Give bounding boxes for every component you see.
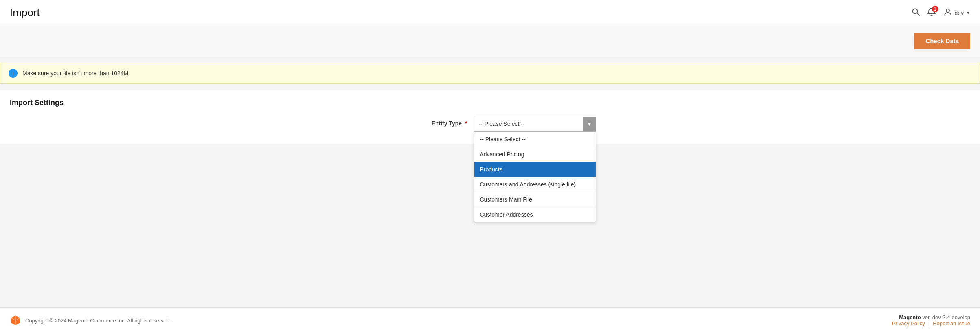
svg-point-2 — [946, 9, 949, 12]
privacy-policy-link[interactable]: Privacy Policy — [892, 320, 925, 326]
footer-links: Privacy Policy | Report an Issue — [892, 320, 970, 326]
check-data-button[interactable]: Check Data — [914, 33, 970, 49]
notifications-button[interactable]: 1 — [927, 7, 936, 18]
page-title: Import — [10, 7, 40, 19]
info-banner: i Make sure your file isn't more than 10… — [0, 63, 980, 84]
info-message: Make sure your file isn't more than 1024… — [22, 70, 130, 77]
required-indicator: * — [465, 120, 467, 127]
footer-separator: | — [928, 320, 930, 326]
footer-copyright: Copyright © 2024 Magento Commerce Inc. A… — [10, 315, 171, 326]
notification-badge: 1 — [932, 6, 938, 12]
entity-type-label: Entity Type * — [384, 117, 474, 127]
page-footer: Copyright © 2024 Magento Commerce Inc. A… — [0, 307, 980, 333]
entity-type-select-display[interactable]: -- Please Select -- — [474, 117, 596, 131]
dropdown-item-customer-addresses[interactable]: Customer Addresses — [474, 207, 596, 222]
import-settings-section: Import Settings Entity Type * -- Please … — [0, 90, 980, 144]
dropdown-item-customers-and-addresses[interactable]: Customers and Addresses (single file) — [474, 177, 596, 192]
magento-logo-icon — [10, 315, 21, 326]
search-icon — [912, 8, 920, 16]
user-avatar-icon — [943, 7, 952, 18]
dropdown-item-products[interactable]: Products — [474, 162, 596, 177]
info-icon: i — [9, 69, 18, 78]
top-header: Import 1 dev ▼ — [0, 0, 980, 26]
footer-version-text: ver. dev-2.4-develop — [922, 314, 970, 320]
section-title: Import Settings — [10, 99, 970, 107]
search-button[interactable] — [912, 8, 920, 18]
dropdown-item-please-select[interactable]: -- Please Select -- — [474, 132, 596, 147]
svg-point-0 — [912, 9, 917, 14]
report-issue-link[interactable]: Report an Issue — [933, 320, 970, 326]
magento-brand: Magento — [899, 314, 921, 320]
header-actions: 1 dev ▼ — [912, 7, 970, 18]
dropdown-item-advanced-pricing[interactable]: Advanced Pricing — [474, 147, 596, 162]
footer-right: Magento ver. dev-2.4-develop Privacy Pol… — [892, 314, 970, 326]
entity-type-dropdown: -- Please Select -- Advanced Pricing Pro… — [474, 131, 596, 222]
user-menu-button[interactable]: dev ▼ — [943, 7, 970, 18]
action-bar: Check Data — [0, 26, 980, 56]
entity-type-row: Entity Type * -- Please Select -- ▼ -- P… — [10, 117, 970, 131]
chevron-down-icon: ▼ — [966, 11, 970, 15]
user-name-label: dev — [955, 10, 964, 16]
svg-line-1 — [917, 13, 919, 16]
entity-type-select-wrapper: -- Please Select -- ▼ -- Please Select -… — [474, 117, 596, 131]
main-content: Check Data i Make sure your file isn't m… — [0, 26, 980, 176]
footer-version-info: Magento ver. dev-2.4-develop — [892, 314, 970, 320]
dropdown-item-customers-main-file[interactable]: Customers Main File — [474, 192, 596, 207]
